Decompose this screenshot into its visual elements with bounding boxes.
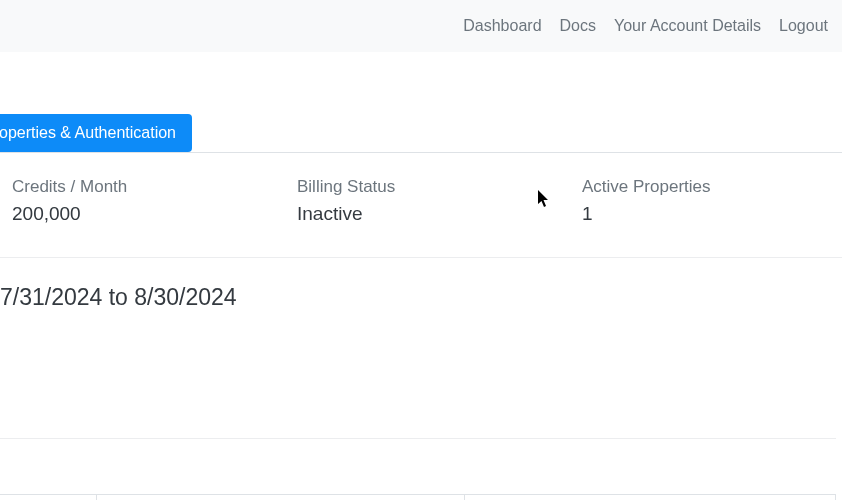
bottom-divider	[0, 438, 836, 439]
nav-dashboard[interactable]: Dashboard	[463, 17, 541, 35]
table-col-1-edge	[0, 494, 97, 500]
period-row: 7/31/2024 to 8/30/2024	[0, 258, 842, 311]
nav-docs[interactable]: Docs	[560, 17, 596, 35]
stat-credits-value: 200,000	[12, 203, 297, 225]
stats-row: Credits / Month 200,000 Billing Status I…	[0, 153, 842, 258]
stat-credits-label: Credits / Month	[12, 177, 297, 197]
stat-billing-status: Billing Status Inactive	[297, 177, 582, 225]
table-col-3-edge	[465, 494, 836, 500]
nav-logout[interactable]: Logout	[779, 17, 828, 35]
top-nav: Dashboard Docs Your Account Details Logo…	[0, 0, 842, 52]
stat-active-properties: Active Properties 1	[582, 177, 711, 225]
stat-active-props-value: 1	[582, 203, 711, 225]
content-area: operties & Authentication Credits / Mont…	[0, 52, 842, 311]
stat-credits-per-month: Credits / Month 200,000	[12, 177, 297, 225]
nav-account-details[interactable]: Your Account Details	[614, 17, 761, 35]
tab-properties-authentication[interactable]: operties & Authentication	[0, 114, 192, 152]
table-header-edge	[0, 494, 836, 500]
table-col-2-edge	[97, 494, 465, 500]
stat-billing-value: Inactive	[297, 203, 582, 225]
stat-active-props-label: Active Properties	[582, 177, 711, 197]
period-text: 7/31/2024 to 8/30/2024	[0, 284, 842, 311]
tabs-row: operties & Authentication	[0, 114, 842, 153]
stat-billing-label: Billing Status	[297, 177, 582, 197]
